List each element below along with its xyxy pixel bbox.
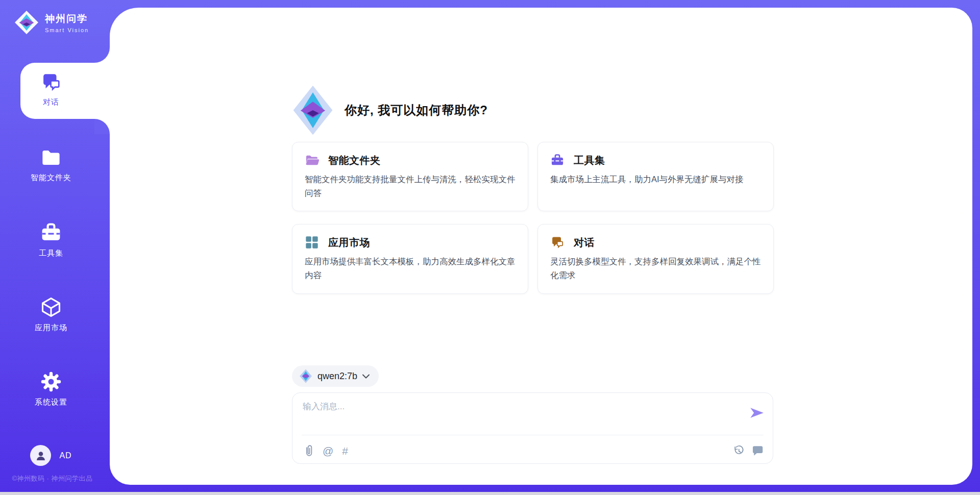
tab-fillet-bottom [94,119,110,134]
window-bottom-edge [0,492,980,495]
card-title: 智能文件夹 [328,154,381,167]
card-smart-folder[interactable]: 智能文件夹 智能文件夹功能支持批量文件上传与清洗，轻松实现文件问答 [292,142,528,211]
gear-icon [40,370,62,393]
tab-fillet-top [94,47,110,63]
sidebar-item-chat[interactable]: 对话 [0,71,102,107]
card-chat[interactable]: 对话 灵活切换多模型文件，支持多样回复效果调试，满足个性化需求 [537,224,774,293]
brand-logo: 神州问学 Smart Vision [14,10,89,35]
cube-icon [40,296,62,318]
sidebar-item-label: 应用市场 [35,323,67,333]
model-selector[interactable]: qwen2:7b [292,365,379,387]
sidebar-item-label: 系统设置 [35,398,67,407]
person-icon [35,450,47,462]
copyright-footer: ©神州数码 · 神州问学出品 [3,474,102,483]
sidebar-item-toolset[interactable]: 工具集 [0,221,102,258]
assistant-diamond-icon [292,84,333,136]
card-description: 集成市场上主流工具，助力AI与外界无缝扩展与对接 [550,172,761,186]
grid-icon [305,235,319,250]
sidebar-item-label: 对话 [43,97,59,107]
model-logo-diamond-icon [299,369,312,383]
card-toolset[interactable]: 工具集 集成市场上主流工具，助力AI与外界无缝扩展与对接 [537,142,774,211]
card-app-market[interactable]: 应用市场 应用市场提供丰富长文本模板，助力高效生成多样化文章内容 [292,224,528,293]
sidebar-item-label: 工具集 [39,249,63,258]
hash-icon[interactable]: # [342,445,348,456]
send-icon[interactable] [749,406,765,419]
sidebar-item-app-market[interactable]: 应用市场 [0,296,102,333]
chat-icon [550,235,565,250]
greeting: 你好, 我可以如何帮助你? [292,84,488,136]
card-description: 智能文件夹功能支持批量文件上传与清洗，轻松实现文件问答 [305,172,516,200]
model-name: qwen2:7b [317,371,357,382]
card-description: 应用市场提供丰富长文本模板，助力高效生成多样化文章内容 [305,255,516,282]
card-description: 灵活切换多模型文件，支持多样回复效果调试，满足个性化需求 [550,255,761,282]
greeting-title: 你好, 我可以如何帮助你? [345,102,488,118]
sidebar-item-label: 智能文件夹 [31,173,71,183]
composer-toolbar: @ # [303,444,764,457]
card-title: 应用市场 [328,236,370,250]
history-icon[interactable] [733,445,744,456]
chat-home: 你好, 我可以如何帮助你? 智能文件夹 智能文件夹功能支持批量文件上传与清洗，轻… [110,8,972,485]
paperclip-icon[interactable] [303,444,314,457]
feature-cards: 智能文件夹 智能文件夹功能支持批量文件上传与清洗，轻松实现文件问答 工具集 集成… [292,142,774,294]
composer-divider [302,435,764,435]
chevron-down-icon [362,374,370,379]
brand-diamond-icon [14,10,39,35]
toolbox-icon [40,221,62,244]
sidebar-item-smart-folder[interactable]: 智能文件夹 [0,147,102,183]
user-name: AD [59,451,71,460]
at-icon[interactable]: @ [323,445,333,456]
card-title: 对话 [574,236,595,250]
sidebar: 神州问学 Smart Vision 对话 智能文件夹 [0,0,110,495]
avatar [30,445,51,466]
toolbox-icon [550,153,565,167]
user-account[interactable]: AD [0,445,102,466]
chat-icon [40,71,62,93]
brand-subtitle: Smart Vision [45,27,89,33]
brand-name: 神州问学 [45,12,89,26]
folder-icon [305,153,319,167]
folder-icon [40,147,62,168]
card-title: 工具集 [574,154,605,167]
message-input[interactable] [303,401,742,430]
chat-bubble-icon[interactable] [752,445,764,456]
message-composer: @ # [292,392,773,464]
sidebar-item-settings[interactable]: 系统设置 [0,370,102,407]
